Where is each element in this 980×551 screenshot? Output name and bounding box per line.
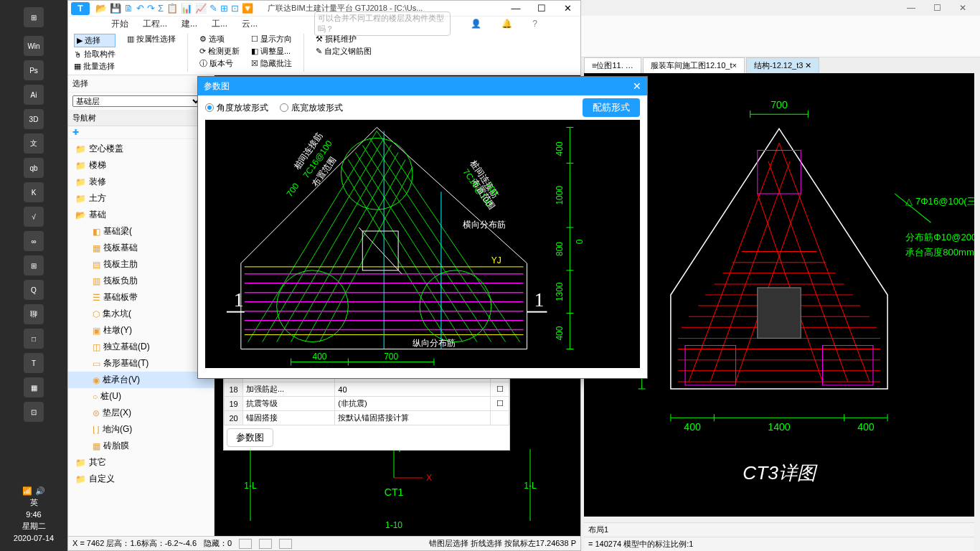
qat-icon[interactable]: 📊 [181, 3, 192, 14]
tree-node[interactable]: ⬡集水坑( [68, 306, 214, 322]
close-button[interactable]: ✕ [557, 3, 578, 14]
tree-node[interactable]: 📁楼梯 [68, 157, 214, 174]
nav-tree[interactable]: 📁空心楼盖📁楼梯📁装修📁土方📂基础◧基础梁(▦筏板基础▤筏板主肋▥筏板负肋☰基础… [68, 139, 214, 536]
close-button[interactable]: ✕ [950, 3, 976, 13]
tree-node[interactable]: ▥筏板负肋 [68, 273, 214, 289]
taskbar-app[interactable]: 文 [24, 133, 44, 154]
svg-text:YJ: YJ [491, 255, 501, 265]
taskbar-app[interactable]: □ [24, 329, 44, 349]
radio-bottom-width-slope[interactable]: 底宽放坡形式 [280, 102, 343, 114]
menu-item[interactable]: 云... [242, 19, 258, 29]
menu-item[interactable]: 开始 [111, 19, 128, 29]
qat-icon[interactable]: ↷ [147, 3, 155, 14]
svg-line-17 [768, 161, 848, 382]
taskbar-app[interactable]: Win [24, 36, 44, 56]
tree-node[interactable]: 📁空心楼盖 [68, 141, 214, 157]
dialog-titlebar[interactable]: 参数图 ✕ [198, 77, 647, 95]
qat-icon[interactable]: Σ [158, 3, 164, 14]
taskbar-app[interactable]: qb [24, 158, 44, 178]
search-input[interactable]: 可以合并不同工程的楼层及构件类型吗？ [314, 11, 451, 36]
tree-node[interactable]: ▭条形基础(T) [68, 355, 214, 372]
taskbar-app[interactable]: ⊞ [24, 255, 44, 276]
minimize-button[interactable]: — [506, 3, 526, 14]
gtj-statusbar: X = 7462 层高：1.6标高：-6.2~-4.6 隐藏：0 错图层选择 折… [68, 536, 580, 550]
maximize-button[interactable]: ☐ [532, 3, 552, 14]
tree-node[interactable]: 📂基础 [68, 207, 214, 223]
system-tray[interactable]: 📶 🔊 英 9:46 星期二 2020-07-14 [14, 485, 54, 552]
menu-item[interactable]: 工... [212, 19, 227, 29]
svg-rect-22 [822, 346, 873, 385]
property-row[interactable]: 19抗震等级(非抗震)☐ [225, 397, 509, 411]
tree-node[interactable]: 📁土方 [68, 190, 214, 207]
qat-icon[interactable]: ⊡ [231, 3, 239, 14]
radio-angle-slope[interactable]: 角度放坡形式 [205, 102, 268, 114]
qat-icon[interactable]: 📈 [195, 3, 207, 14]
qat-icon[interactable]: ✎ [209, 3, 217, 14]
svg-rect-20 [758, 151, 801, 194]
svg-text:800: 800 [555, 242, 565, 256]
tree-node[interactable]: ◉桩承台(V) [68, 372, 214, 388]
svg-text:1: 1 [234, 288, 244, 311]
tree-node[interactable]: 📁装修 [68, 174, 214, 190]
qat-icon[interactable]: 🔽 [242, 3, 253, 14]
qat-icon[interactable]: 💾 [110, 3, 121, 14]
tree-node[interactable]: ⊜垫层(X) [68, 405, 214, 421]
help-icon[interactable]: ? [532, 19, 537, 29]
tree-node[interactable]: ⌊⌋地沟(G) [68, 421, 214, 438]
tree-node[interactable]: 📁自定义 [68, 471, 214, 487]
menu-item[interactable]: 建... [182, 19, 197, 29]
tree-node[interactable]: ▣柱墩(Y) [68, 322, 214, 339]
tree-node[interactable]: 📁其它 [68, 454, 214, 471]
user-icon[interactable]: 👤 [471, 19, 481, 29]
svg-text:400: 400 [555, 141, 565, 156]
document-tab[interactable]: 结构-12.12_t3 ✕ [746, 57, 820, 73]
maximize-button[interactable]: ☐ [924, 3, 950, 13]
minimize-button[interactable]: — [898, 3, 924, 13]
document-tab[interactable]: ≡位图11. … [584, 57, 641, 73]
taskbar-app[interactable]: 聊 [24, 304, 44, 324]
taskbar-app[interactable]: ⊡ [24, 402, 44, 422]
floor-select[interactable]: 基础层 [72, 95, 202, 107]
taskbar-app[interactable]: Q [24, 280, 44, 300]
batch-select[interactable]: ▦ 批量选择 [74, 61, 116, 72]
property-row[interactable]: 20锚固搭接按默认锚固搭接计算 [225, 411, 509, 425]
dialog-canvas[interactable]: 1 1 桩间连接筋 7C16@100 布置范围 700 桩间连接筋 7C16@1… [205, 120, 640, 368]
document-tab[interactable]: 服装车间施工图12.10_t× [643, 57, 745, 73]
qat-icon[interactable]: ⊞ [220, 3, 228, 14]
taskbar-app[interactable]: 3D [24, 109, 44, 129]
tree-node[interactable]: ▦砖胎膜 [68, 438, 214, 454]
taskbar-app[interactable]: ∞ [24, 231, 44, 251]
select-tool[interactable]: ▶ 选择 [74, 34, 116, 47]
svg-text:承台高度800mm: 承台高度800mm [905, 247, 974, 258]
qat-icon[interactable]: 📂 [95, 3, 107, 14]
menu-bar: 开始工程...建...工...云... 可以合并不同工程的楼层及构件类型吗？ 👤… [68, 17, 580, 31]
taskbar-app[interactable]: T [24, 353, 44, 373]
qat-icon[interactable]: 🗎 [124, 3, 133, 14]
rebar-form-button[interactable]: 配筋形式 [583, 98, 640, 117]
menu-item[interactable]: 工程... [143, 19, 167, 29]
taskbar-app[interactable]: K [24, 182, 44, 202]
taskbar-app[interactable]: ▦ [24, 377, 44, 397]
taskbar-app[interactable]: √ [24, 207, 44, 227]
tree-node[interactable]: ◫独立基础(D) [68, 339, 214, 355]
property-row[interactable]: 18加强筋起...40☐ [225, 382, 509, 397]
tree-node[interactable]: ◧基础梁( [68, 223, 214, 240]
start-button[interactable]: ⊞ [24, 7, 44, 27]
taskbar-app[interactable]: Ai [24, 85, 44, 105]
svg-line-64 [291, 152, 399, 342]
tree-node[interactable]: ▤筏板主肋 [68, 256, 214, 273]
windows-taskbar: ⊞ WinPsAi3D文qbK√∞⊞Q聊□T▦⊡ 📶 🔊 英 9:46 星期二 … [0, 0, 67, 551]
pick-component[interactable]: 🖱 拾取构件 [74, 49, 116, 60]
svg-text:400: 400 [555, 326, 565, 340]
bell-icon[interactable]: 🔔 [501, 19, 512, 29]
tree-node[interactable]: ▦筏板基础 [68, 240, 214, 256]
close-icon[interactable]: ✕ [633, 80, 641, 92]
qat-icon[interactable]: ↶ [136, 3, 144, 14]
taskbar-app[interactable]: Ps [24, 60, 44, 80]
qat-icon[interactable]: 📋 [166, 3, 178, 14]
svg-line-72 [341, 166, 448, 342]
svg-text:分布筋Φ10@200: 分布筋Φ10@200 [905, 232, 974, 242]
param-diagram-button[interactable]: 参数图 [227, 428, 273, 447]
tree-node[interactable]: ○桩(U) [68, 388, 214, 405]
tree-node[interactable]: ☰基础板带 [68, 289, 214, 306]
